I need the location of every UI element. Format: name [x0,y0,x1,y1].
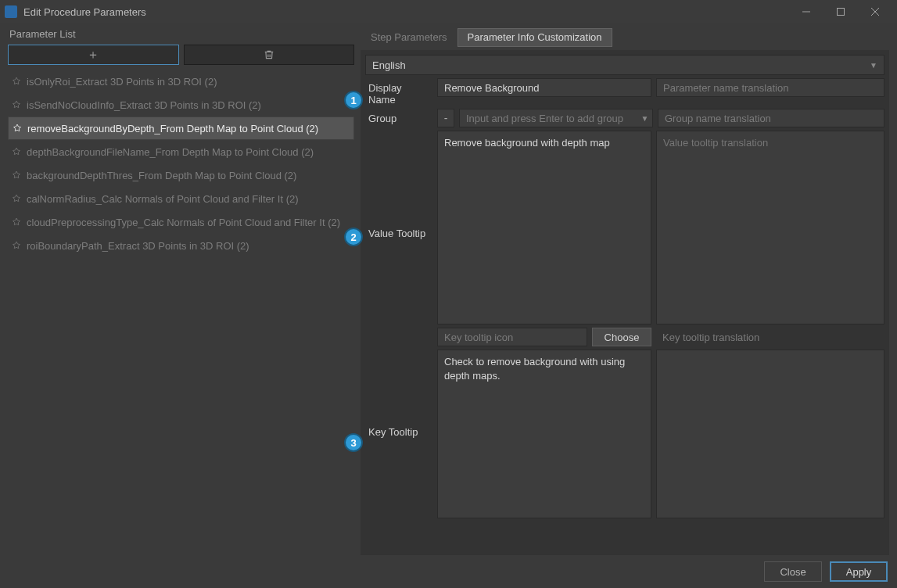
value-tooltip-textarea[interactable] [437,131,651,324]
trash-icon [264,49,274,60]
chevron-down-icon: ▼ [641,114,649,123]
apply-button[interactable]: Apply [830,561,888,582]
pin-icon [11,193,22,204]
chevron-down-icon: ▼ [870,61,877,70]
parameter-item-label: calNormRadius_Calc Normals of Point Clou… [27,193,299,205]
parameter-item[interactable]: depthBackgroundFileName_From Depth Map t… [8,140,354,163]
display-name-label: Display Name [365,78,432,106]
maximize-button[interactable] [823,1,858,23]
tab-step-parameters[interactable]: Step Parameters [361,28,457,47]
key-tooltip-icon-label-spacer [365,328,432,332]
group-remove-button[interactable]: - [437,109,454,127]
dialog-footer: Close Apply [0,555,897,588]
window-title: Edit Procedure Parameters [23,6,789,18]
value-tooltip-label: Value Tooltip [365,131,432,239]
group-input[interactable] [459,109,638,127]
svg-rect-1 [838,9,845,16]
parameter-item[interactable]: cloudPreprocessingType_Calc Normals of P… [8,210,354,234]
tab-parameter-info-customization[interactable]: Parameter Info Customization [457,28,612,47]
choose-button[interactable]: Choose [592,328,651,346]
group-label: Group [365,109,432,124]
workspace: Parameter List ＋ isOnlyRoi_Extract 3D Po… [0,23,897,555]
minimize-button[interactable] [789,1,823,23]
pin-icon [11,240,22,251]
pin-icon [11,170,22,181]
annotation-badge-3: 3 [344,433,363,452]
pin-icon [11,217,22,228]
close-window-button[interactable] [858,1,892,23]
tab-row: Step Parameters Parameter Info Customiza… [361,28,889,47]
parameter-item[interactable]: isSendNoCloudInfo_Extract 3D Points in 3… [8,93,354,117]
group-row: Group - ▼ [365,109,884,127]
group-dropdown-button[interactable]: ▼ [637,109,653,127]
window-controls [789,1,892,23]
annotation-badge-1: 1 [344,91,363,109]
pin-icon [11,146,22,157]
delete-parameter-button[interactable] [184,45,355,65]
form-area: English ▼ Display Name Group - ▼ [361,50,889,555]
display-name-input[interactable] [437,78,651,97]
pin-icon [11,76,22,87]
parameter-item-label: backgroundDepthThres_From Depth Map to P… [27,170,296,181]
value-tooltip-translation-textarea[interactable] [656,131,884,324]
key-tooltip-textarea[interactable] [437,350,651,518]
pin-icon [12,123,23,134]
display-name-row: Display Name [365,78,884,106]
app-icon [5,5,17,18]
details-panel: Step Parameters Parameter Info Customiza… [361,28,889,555]
language-value: English [372,59,406,71]
close-button[interactable]: Close [764,561,822,582]
parameter-item[interactable]: isOnlyRoi_Extract 3D Points in 3D ROI (2… [8,70,354,93]
parameter-item-label: depthBackgroundFileName_From Depth Map t… [27,146,314,158]
parameter-item-label: isSendNoCloudInfo_Extract 3D Points in 3… [27,99,261,111]
plus-icon: ＋ [87,47,99,63]
key-tooltip-row: Key Tooltip [365,350,884,518]
parameter-list-panel: Parameter List ＋ isOnlyRoi_Extract 3D Po… [8,28,354,555]
parameter-item[interactable]: removeBackgroundByDepth_From Depth Map t… [8,117,354,140]
annotation-badge-2: 2 [344,228,363,246]
key-tooltip-translation-textarea[interactable] [656,350,884,518]
parameter-item-label: removeBackgroundByDepth_From Depth Map t… [27,123,318,134]
key-tooltip-icon-row: Choose [365,328,884,346]
value-tooltip-row: Value Tooltip [365,131,884,324]
parameter-item[interactable]: backgroundDepthThres_From Depth Map to P… [8,163,354,187]
parameter-list[interactable]: isOnlyRoi_Extract 3D Points in 3D ROI (2… [8,70,354,555]
key-tooltip-translation-label [656,328,884,346]
language-select[interactable]: English ▼ [365,55,884,75]
parameter-item-label: isOnlyRoi_Extract 3D Points in 3D ROI (2… [27,76,217,88]
parameter-item[interactable]: calNormRadius_Calc Normals of Point Clou… [8,187,354,210]
parameter-item-label: cloudPreprocessingType_Calc Normals of P… [27,217,340,228]
pin-icon [11,99,22,110]
group-translation-input[interactable] [658,109,884,127]
parameter-item[interactable]: roiBoundaryPath_Extract 3D Points in 3D … [8,234,354,257]
add-parameter-button[interactable]: ＋ [8,45,179,65]
key-tooltip-label: Key Tooltip [365,350,432,438]
parameter-item-label: roiBoundaryPath_Extract 3D Points in 3D … [27,240,249,252]
parameter-list-toolbar: ＋ [8,45,354,65]
key-tooltip-icon-input[interactable] [437,328,587,346]
parameter-list-header: Parameter List [8,28,354,40]
titlebar: Edit Procedure Parameters [0,0,897,23]
display-name-translation-input[interactable] [656,78,884,97]
